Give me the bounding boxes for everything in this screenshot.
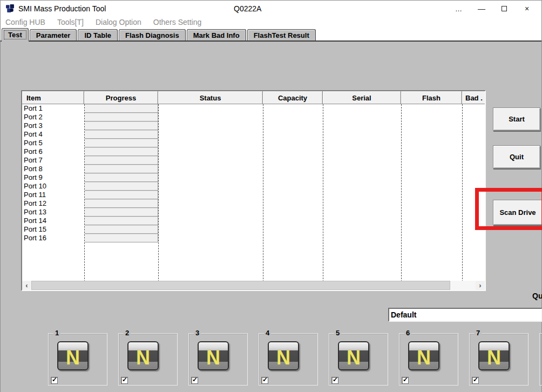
- drive-icon-letter: N: [58, 347, 87, 369]
- menu-item-tools-t[interactable]: Tools[T]: [57, 18, 84, 26]
- progress-bar-port-1: [85, 104, 158, 113]
- table-row-port-12[interactable]: Port 12: [24, 199, 83, 208]
- progress-bar-port-9: [85, 173, 158, 182]
- drive-slot-number: 2: [124, 329, 131, 337]
- drive-icon-letter: N: [199, 347, 228, 369]
- progress-bar-port-4: [85, 130, 158, 139]
- scroll-right-arrow-icon[interactable]: ›: [476, 281, 485, 290]
- table-row-port-2[interactable]: Port 2: [24, 113, 83, 121]
- drive-slot-number: 4: [264, 329, 271, 337]
- tab-id-table[interactable]: ID Table: [78, 29, 118, 40]
- progress-bar-port-13: [85, 208, 158, 217]
- no-drive-icon: N: [338, 341, 369, 370]
- drive-icon-letter: N: [479, 347, 509, 369]
- drive-slot-7: 7N✓: [469, 333, 529, 386]
- table-row-port-9[interactable]: Port 9: [24, 173, 83, 182]
- drive-slot-checkbox[interactable]: ✓: [402, 377, 409, 384]
- table-row-port-7[interactable]: Port 7: [24, 156, 83, 165]
- drive-slot-checkbox[interactable]: ✓: [261, 377, 268, 384]
- tab-flashtest-result[interactable]: FlashTest Result: [247, 29, 316, 40]
- drive-slot-number: 1: [53, 329, 60, 337]
- scroll-left-arrow-icon[interactable]: ‹: [22, 281, 31, 290]
- drive-slot-6: 6N✓: [399, 333, 458, 386]
- close-button[interactable]: ×: [516, 1, 538, 17]
- queue-default-field[interactable]: Default: [388, 308, 542, 322]
- check-mark-icon: ✓: [192, 376, 198, 383]
- no-drive-icon: N: [408, 341, 439, 370]
- table-row-port-5[interactable]: Port 5: [24, 139, 83, 147]
- column-header-serial[interactable]: Serial: [323, 91, 401, 104]
- no-drive-icon: N: [57, 341, 89, 370]
- column-header-status[interactable]: Status: [158, 91, 263, 104]
- window-controls: … — ×: [448, 1, 538, 17]
- table-header: ItemProgressStatusCapacitySerialFlashBad…: [22, 91, 485, 104]
- drive-icon-letter: N: [128, 347, 158, 369]
- table-row-port-15[interactable]: Port 15: [24, 225, 83, 234]
- check-mark-icon: ✓: [333, 376, 338, 383]
- port-status-table: ItemProgressStatusCapacitySerialFlashBad…: [21, 90, 486, 291]
- drive-slot-checkbox[interactable]: ✓: [121, 377, 128, 384]
- table-row-port-13[interactable]: Port 13: [24, 208, 83, 217]
- title-bar: SMI Mass Production Tool Q0222A … — ×: [0, 0, 542, 16]
- column-header-bad[interactable]: Bad .: [462, 91, 485, 104]
- table-row-port-3[interactable]: Port 3: [24, 121, 83, 130]
- table-row-port-4[interactable]: Port 4: [24, 130, 83, 139]
- queue-default-value: Default: [391, 310, 416, 319]
- progress-bar-port-5: [85, 139, 158, 147]
- progress-bar-port-15: [85, 225, 158, 234]
- drive-slot-number: 7: [475, 329, 482, 337]
- quit-button[interactable]: Quit: [493, 145, 540, 168]
- column-header-item[interactable]: Item: [22, 91, 84, 104]
- scrollbar-thumb[interactable]: [31, 281, 450, 290]
- maximize-button[interactable]: [493, 1, 516, 17]
- app-window: { "window": { "title": "SMI Mass Product…: [0, 0, 542, 392]
- progress-bar-port-12: [85, 199, 158, 208]
- app-logo-icon: [5, 4, 15, 13]
- progress-bar-port-16: [85, 234, 158, 242]
- column-separator: [323, 104, 323, 282]
- drive-slot-checkbox[interactable]: ✓: [191, 377, 198, 384]
- progress-bar-port-14: [85, 217, 158, 225]
- scan-drive-button[interactable]: Scan Drive: [493, 200, 542, 225]
- maximize-icon: [502, 6, 507, 11]
- column-header-progress[interactable]: Progress: [84, 91, 158, 104]
- table-row-port-16[interactable]: Port 16: [24, 234, 83, 242]
- more-options-button[interactable]: …: [448, 1, 470, 17]
- menu-item-dialog-option[interactable]: Dialog Option: [96, 18, 141, 26]
- table-row-port-10[interactable]: Port 10: [24, 182, 83, 191]
- tab-test[interactable]: Test: [2, 28, 29, 40]
- column-separator: [158, 104, 159, 282]
- check-mark-icon: ✓: [52, 376, 57, 383]
- drive-slot-checkbox[interactable]: ✓: [51, 377, 58, 384]
- no-drive-icon: N: [198, 341, 229, 370]
- table-row-port-6[interactable]: Port 6: [24, 147, 83, 156]
- table-row-port-11[interactable]: Port 11: [24, 191, 83, 199]
- drive-slot-checkbox[interactable]: ✓: [472, 377, 479, 384]
- version-label: Q0222A: [234, 4, 261, 13]
- progress-bar-port-11: [85, 191, 158, 199]
- tab-mark-bad-info[interactable]: Mark Bad Info: [187, 29, 246, 40]
- start-button[interactable]: Start: [493, 107, 540, 131]
- tab-parameter[interactable]: Parameter: [30, 29, 77, 40]
- column-separator: [401, 104, 402, 282]
- table-row-port-14[interactable]: Port 14: [24, 217, 83, 225]
- column-header-flash[interactable]: Flash: [401, 91, 462, 104]
- tab-flash-diagnosis[interactable]: Flash Diagnosis: [119, 29, 186, 40]
- window-title: SMI Mass Production Tool: [18, 4, 106, 13]
- no-drive-icon: N: [127, 341, 159, 370]
- menu-item-others-setting[interactable]: Others Setting: [153, 18, 202, 26]
- table-row-port-8[interactable]: Port 8: [24, 165, 83, 173]
- progress-bar-port-7: [85, 156, 158, 165]
- progress-bar-port-6: [85, 147, 158, 156]
- table-horizontal-scrollbar[interactable]: ‹ ›: [22, 281, 485, 290]
- drive-slot-checkbox[interactable]: ✓: [331, 377, 338, 384]
- column-header-capacity[interactable]: Capacity: [263, 91, 323, 104]
- minimize-button[interactable]: —: [470, 1, 493, 17]
- progress-bar-port-3: [85, 121, 158, 130]
- column-separator: [462, 104, 463, 282]
- check-mark-icon: ✓: [403, 376, 408, 383]
- menu-item-config-hub[interactable]: Config HUB: [5, 18, 45, 26]
- check-mark-icon: ✓: [122, 376, 127, 383]
- table-row-port-1[interactable]: Port 1: [24, 104, 83, 113]
- drive-slot-5: 5N✓: [329, 333, 388, 386]
